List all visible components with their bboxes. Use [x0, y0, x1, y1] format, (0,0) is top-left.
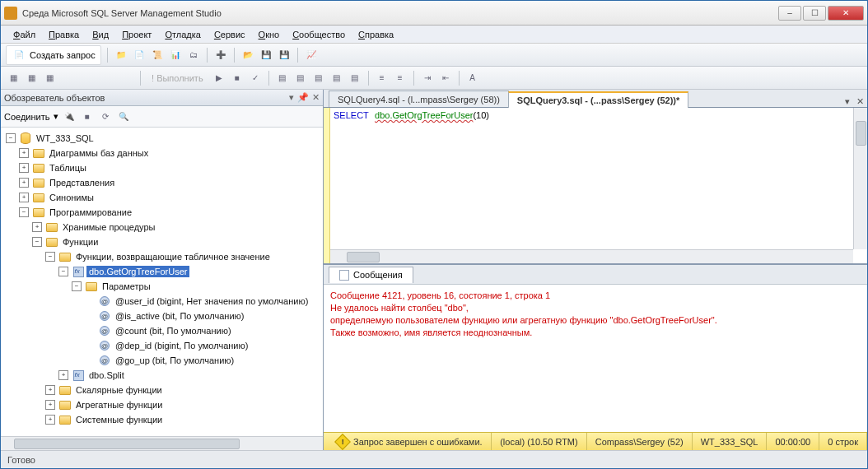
toolbar-main: 📄 Создать запрос 📁 📄 📜 📊 🗂 ➕ 📂 💾 💾 📈: [1, 44, 867, 67]
db-icon-2[interactable]: ▦: [24, 71, 39, 86]
save-all-icon[interactable]: 💾: [277, 48, 292, 63]
messages-body[interactable]: Сообщение 4121, уровень 16, состояние 1,…: [324, 285, 867, 432]
status-server: (local) (10.50 RTM): [492, 433, 587, 450]
pane-close-icon[interactable]: ✕: [312, 92, 320, 103]
object-tree[interactable]: −WT_333_SQL+Диаграммы баз данных+Таблицы…: [1, 128, 323, 436]
connect-dropdown-icon[interactable]: ▾: [54, 111, 58, 122]
app-icon: [4, 7, 17, 20]
menu-тладка[interactable]: Отладка: [159, 28, 207, 41]
sql-function-ref: dbo.GetOrgTreeForUser: [375, 110, 473, 120]
messages-tab-icon: [339, 270, 349, 281]
tree-param-2[interactable]: @@count (bit, По умолчанию): [2, 323, 321, 338]
object-explorer-title: Обозреватель объектов: [4, 93, 105, 103]
menu-ообщество[interactable]: Сообщество: [287, 28, 351, 41]
parse-icon[interactable]: ✓: [248, 71, 263, 86]
new-query-label: Создать запрос: [30, 50, 96, 60]
tree-scalar-fn[interactable]: +Скалярные функции: [2, 383, 321, 397]
editor-hscroll[interactable]: [330, 249, 853, 263]
tab-sqlquery3[interactable]: SQLQuery3.sql - (...pass\Sergey (52))*: [508, 91, 688, 108]
query-icon[interactable]: 📊: [168, 48, 183, 63]
filter-icon[interactable]: 🔍: [116, 109, 131, 124]
maximize-button[interactable]: ☐: [803, 6, 826, 21]
tree-diagrams[interactable]: +Диаграммы баз данных: [2, 146, 321, 160]
activity-icon[interactable]: 📈: [304, 48, 319, 63]
minimize-button[interactable]: –: [778, 6, 801, 21]
include-plan-icon[interactable]: ▤: [293, 71, 308, 86]
query-status-bar: !Запрос завершен с ошибками. (local) (10…: [324, 432, 867, 450]
comment-icon[interactable]: ≡: [375, 71, 390, 86]
font-icon[interactable]: A: [465, 71, 480, 86]
editor-vscroll[interactable]: [853, 108, 867, 249]
tree-fn-getorgtree[interactable]: −dbo.GetOrgTreeForUser: [2, 264, 321, 279]
analysis-icon[interactable]: 🗂: [186, 48, 201, 63]
db-icon-3[interactable]: ▦: [42, 71, 57, 86]
menubar: ФайлПравкаВидПроектОтладкаСервисОкноСооб…: [1, 26, 867, 44]
tree-param-3[interactable]: @@dep_id (bigint, По умолчанию): [2, 338, 321, 353]
debug-icon[interactable]: ▶: [212, 71, 226, 86]
menu-правка[interactable]: Справка: [352, 28, 399, 41]
tree-aggregate-fn[interactable]: +Агрегатные функции: [2, 397, 321, 412]
messages-tab-label: Сообщения: [353, 270, 403, 280]
menu-ервис[interactable]: Сервис: [208, 28, 251, 41]
tree-root[interactable]: −WT_333_SQL: [2, 131, 321, 146]
refresh-icon[interactable]: ⟳: [98, 109, 113, 124]
editor-gutter: [324, 108, 330, 263]
messages-tab[interactable]: Сообщения: [329, 267, 413, 283]
tree-table-valued[interactable]: −Функции, возвращающие табличное значени…: [2, 249, 321, 264]
tree-param-4[interactable]: @@go_up (bit, По умолчанию): [2, 353, 321, 368]
status-message: Запрос завершен с ошибками.: [353, 437, 483, 447]
tree-functions[interactable]: −Функции: [2, 234, 321, 249]
plan-icon[interactable]: ▤: [275, 71, 290, 86]
tree-synonyms[interactable]: +Синонимы: [2, 190, 321, 205]
status-time: 00:00:00: [767, 433, 819, 450]
tree-param-1[interactable]: @@is_active (bit, По умолчанию): [2, 309, 321, 323]
new-file-icon[interactable]: 📄: [132, 48, 147, 63]
outdent-icon[interactable]: ⇤: [438, 71, 453, 86]
indent-icon[interactable]: ⇥: [420, 71, 435, 86]
menu-ид[interactable]: Вид: [86, 28, 114, 41]
tree-views[interactable]: +Представления: [2, 175, 321, 190]
menu-роект[interactable]: Проект: [116, 28, 157, 41]
sql-arg: (10): [473, 110, 489, 120]
script-icon[interactable]: 📜: [150, 48, 165, 63]
disconnect-icon[interactable]: ■: [80, 109, 95, 124]
tree-tables[interactable]: +Таблицы: [2, 160, 321, 175]
tab-close-icon[interactable]: ✕: [853, 96, 867, 107]
menu-равка[interactable]: Правка: [43, 28, 85, 41]
close-button[interactable]: ✕: [828, 6, 864, 21]
stop-icon[interactable]: ■: [230, 71, 245, 86]
tab-dropdown-icon[interactable]: ▾: [842, 96, 853, 107]
menu-айл[interactable]: Файл: [7, 28, 41, 41]
results-text-icon[interactable]: ▤: [329, 71, 344, 86]
tree-params-folder[interactable]: −Параметры: [2, 279, 321, 294]
menu-кно[interactable]: Окно: [253, 28, 286, 41]
tree-stored-procs[interactable]: +Хранимые процедуры: [2, 220, 321, 234]
db-combo-icon[interactable]: ▦: [6, 71, 21, 86]
sql-editor[interactable]: SELECT dbo.GetOrgTreeForUser(10): [324, 108, 867, 264]
execute-button[interactable]: ! Выполнить: [147, 72, 208, 85]
add-icon[interactable]: ➕: [213, 48, 228, 63]
tree-programmability[interactable]: −Программирование: [2, 205, 321, 220]
pin-icon[interactable]: 📌: [297, 92, 309, 103]
status-rows: 0 строк: [819, 433, 867, 450]
tree-param-0[interactable]: @@user_id (bigint, Нет значения по умолч…: [2, 294, 321, 309]
new-query-icon: 📄: [12, 48, 26, 63]
tab-sqlquery4[interactable]: SQLQuery4.sql - (l...mpass\Sergey (58)): [329, 91, 509, 107]
uncomment-icon[interactable]: ≡: [393, 71, 408, 86]
dropdown-icon[interactable]: ▾: [289, 92, 294, 103]
connect-icon[interactable]: 🔌: [62, 109, 77, 124]
toolbar-query: ▦ ▦ ▦ ! Выполнить ▶ ■ ✓ ▤ ▤ ▤ ▤ ▤ ≡ ≡ ⇥ …: [1, 67, 867, 90]
open-icon[interactable]: 📁: [114, 48, 128, 63]
folder-open-icon[interactable]: 📂: [240, 48, 255, 63]
tree-system-fn[interactable]: +Системные функции: [2, 412, 321, 427]
results-file-icon[interactable]: ▤: [348, 71, 362, 86]
footer-status: Готово: [7, 455, 35, 465]
tree-fn-split[interactable]: +dbo.Split: [2, 368, 321, 383]
sql-keyword: SELECT: [334, 110, 369, 120]
status-db: WT_333_SQL: [693, 433, 768, 450]
connect-label[interactable]: Соединить: [4, 112, 50, 122]
new-query-button[interactable]: 📄 Создать запрос: [6, 45, 101, 65]
results-icon[interactable]: ▤: [311, 71, 326, 86]
save-icon[interactable]: 💾: [259, 48, 273, 63]
tree-hscroll[interactable]: [1, 436, 323, 450]
